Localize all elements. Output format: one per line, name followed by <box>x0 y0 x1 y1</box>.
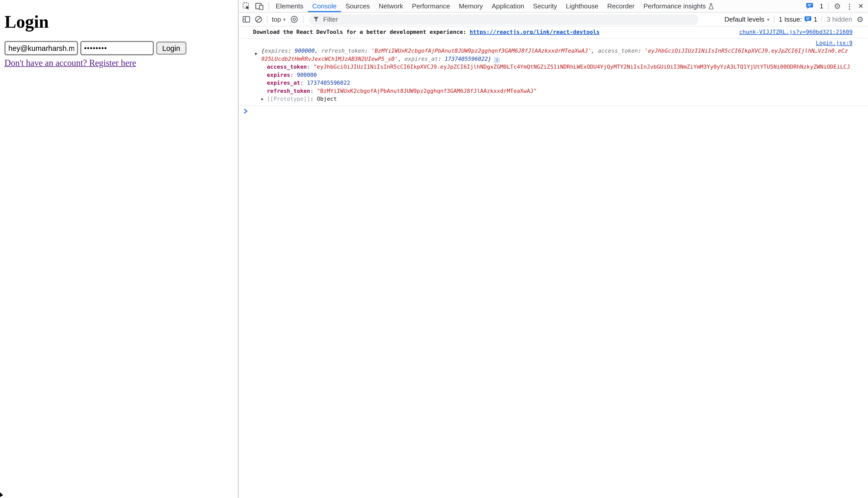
chevron-down-icon: ▾ <box>767 17 769 22</box>
more-options-icon[interactable]: ⋮ <box>846 2 853 10</box>
login-form: Login <box>4 41 186 55</box>
divider <box>774 15 774 23</box>
log-levels-dropdown[interactable]: Default levels ▾ <box>725 15 769 23</box>
tab-network[interactable]: Network <box>374 0 408 12</box>
devtools-tabbar: Elements Console Sources Network Perform… <box>239 0 868 13</box>
expand-triangle-icon[interactable]: ▼ <box>255 53 257 56</box>
divider <box>828 2 829 10</box>
console-settings-gear-icon[interactable]: ⚙ <box>857 15 864 23</box>
close-devtools-icon[interactable]: ✕ <box>858 3 864 10</box>
console-message-react-devtools: Download the React DevTools for a better… <box>239 26 868 39</box>
tab-performance[interactable]: Performance <box>408 0 454 12</box>
clear-console-icon[interactable] <box>255 15 262 23</box>
tab-performance-insights[interactable]: Performance insights <box>639 0 718 12</box>
object-prototype-row[interactable]: ▶ [[Prototype]]: Object <box>239 95 868 104</box>
divider <box>822 15 822 23</box>
console-messages: Download the React DevTools for a better… <box>239 26 868 116</box>
console-filter <box>309 14 699 24</box>
device-toolbar-icon[interactable] <box>255 2 264 10</box>
execution-context-selector[interactable]: top ▾ <box>272 15 285 23</box>
settings-gear-icon[interactable]: ⚙ <box>834 2 841 10</box>
object-property-refresh-token[interactable]: refresh_token: "BzMYiIWUxK2cbgofAjPbAnut… <box>239 87 868 95</box>
issues-counter[interactable]: 1 Issue: 1 <box>779 15 817 23</box>
email-field[interactable] <box>4 41 78 55</box>
page-title: Login <box>4 12 49 32</box>
filter-input[interactable] <box>322 15 656 24</box>
info-icon[interactable]: i <box>494 57 500 63</box>
register-link[interactable]: Don't have an account? Register here <box>4 58 136 68</box>
object-property-access-token[interactable]: access_token: "eyJhbGciOiJIUzI1NiIsInR5c… <box>239 63 868 71</box>
divider <box>267 15 267 23</box>
react-devtools-link[interactable]: https://reactjs.org/link/react-devtools <box>470 29 600 35</box>
divider <box>269 2 269 10</box>
issues-count: 1 <box>820 2 824 10</box>
collapsed-triangle-icon[interactable]: ▶ <box>261 98 264 102</box>
console-prompt[interactable] <box>239 106 868 116</box>
source-link-chunk[interactable]: chunk-VIJJTZRL.js?v=960bd321:21609 <box>739 29 853 35</box>
prompt-chevron-icon <box>244 108 248 114</box>
filter-funnel-icon <box>313 16 319 22</box>
tab-elements[interactable]: Elements <box>271 0 308 12</box>
source-link-login-jsx[interactable]: Login.jsx:9 <box>816 40 853 46</box>
password-field[interactable] <box>80 41 154 55</box>
console-log-object: Login.jsx:9 ▼ {expires: 900000, refresh_… <box>239 39 868 106</box>
object-property-expires-at[interactable]: expires_at: 1737405596022 <box>239 79 868 87</box>
devtools-panel: Elements Console Sources Network Perform… <box>238 0 868 498</box>
hidden-messages-label: 3 hidden <box>827 15 852 23</box>
inspect-element-icon[interactable] <box>243 2 250 10</box>
object-preview-line2[interactable]: 925LUcdb2tHmRRvJexcWCh1MJzAB3N2UIewP5_s0… <box>239 55 868 63</box>
tab-sources[interactable]: Sources <box>341 0 374 12</box>
tab-application[interactable]: Application <box>487 0 528 12</box>
console-sidebar-icon[interactable] <box>243 16 250 23</box>
mouse-cursor <box>0 492 4 498</box>
login-page: Login Login Don't have an account? Regis… <box>0 0 238 498</box>
live-expression-eye-icon[interactable] <box>290 15 298 23</box>
divider <box>303 15 303 23</box>
tab-lighthouse[interactable]: Lighthouse <box>562 0 603 12</box>
issues-icon[interactable] <box>806 3 813 10</box>
tab-recorder[interactable]: Recorder <box>603 0 639 12</box>
console-toolbar: top ▾ Default levels ▾ 1 Issue <box>239 13 868 26</box>
object-preview-line1[interactable]: {expires: 900000, refresh_token: 'BzMYiI… <box>239 47 868 55</box>
object-property-expires[interactable]: expires: 900000 <box>239 71 868 79</box>
issues-icon <box>804 16 811 23</box>
login-button[interactable]: Login <box>156 41 186 55</box>
screen: Login Login Don't have an account? Regis… <box>0 0 868 498</box>
tab-memory[interactable]: Memory <box>454 0 487 12</box>
flask-icon <box>709 3 714 9</box>
tab-console[interactable]: Console <box>308 0 341 12</box>
tab-security[interactable]: Security <box>529 0 562 12</box>
chevron-down-icon: ▾ <box>283 17 285 22</box>
